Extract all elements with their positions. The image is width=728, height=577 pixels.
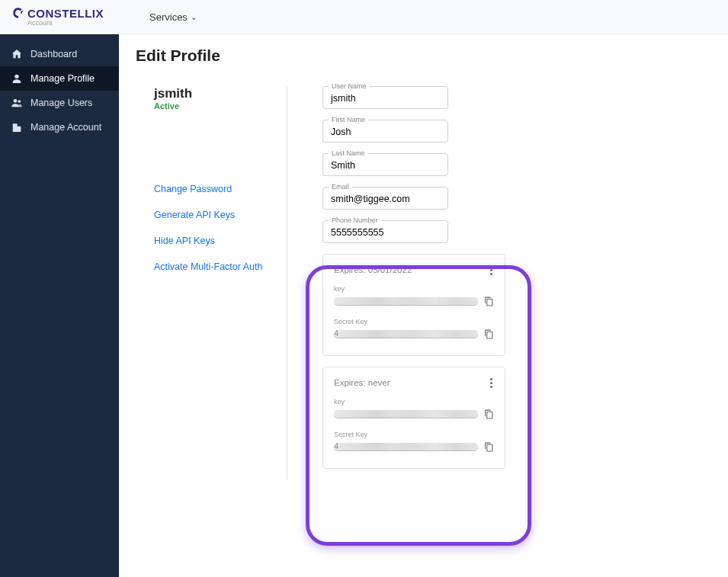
people-icon: [11, 97, 23, 109]
sidebar-item-dashboard[interactable]: Dashboard: [0, 42, 119, 66]
services-label: Services: [149, 11, 188, 23]
brand-name: CONSTELLIX: [27, 8, 104, 19]
api-secret-value-blurred: [334, 330, 478, 338]
api-key-value-blurred: [334, 297, 478, 306]
brand-sub: Account: [27, 20, 104, 27]
more-options-button[interactable]: [485, 264, 497, 277]
form-column: User Name First Name Last Name Email Pho…: [322, 86, 566, 479]
sidebar-item-label: Manage Account: [30, 122, 101, 133]
sidebar-item-label: Manage Profile: [30, 73, 95, 84]
chevron-down-icon: ⌄: [191, 13, 197, 21]
more-options-button[interactable]: [485, 377, 497, 389]
person-icon: [11, 72, 23, 85]
sidebar-item-manage-profile[interactable]: Manage Profile: [0, 66, 119, 91]
username-label: User Name: [329, 82, 370, 90]
link-activate-mfa[interactable]: Activate Multi-Factor Auth: [154, 257, 297, 277]
sidebar-item-label: Manage Users: [30, 98, 92, 108]
more-vert-icon: [490, 378, 492, 380]
api-key-expires: Expires: never: [334, 378, 494, 387]
api-key-label: key: [334, 285, 494, 293]
api-key-card: Expires: never key Secret Ke: [322, 367, 505, 469]
lastname-label: Last Name: [329, 149, 368, 157]
svg-point-2: [18, 100, 21, 103]
svg-point-0: [14, 75, 18, 79]
sidebar-item-manage-account[interactable]: Manage Account: [0, 115, 119, 139]
field-username: User Name: [322, 86, 566, 109]
copy-icon[interactable]: [484, 296, 494, 307]
api-secret-value-blurred: [334, 443, 478, 451]
firstname-label: First Name: [329, 116, 368, 123]
profile-username: jsmith: [154, 86, 297, 101]
link-generate-api-keys[interactable]: Generate API Keys: [154, 205, 297, 225]
profile-status: Active: [154, 101, 297, 111]
profile-left-panel: jsmith Active Change Password Generate A…: [136, 86, 297, 479]
copy-icon[interactable]: [484, 409, 494, 420]
api-secret-label: Secret Key: [334, 318, 494, 325]
home-icon: [11, 48, 23, 60]
field-lastname: Last Name: [322, 153, 566, 176]
phone-label: Phone Number: [329, 216, 381, 224]
api-key-label: key: [334, 398, 494, 406]
api-secret-label: Secret Key: [334, 431, 494, 438]
link-change-password[interactable]: Change Password: [154, 179, 297, 199]
sidebar-item-manage-users[interactable]: Manage Users: [0, 91, 119, 115]
logo-mark-icon: [12, 7, 24, 19]
topbar: CONSTELLIX Account Services ⌄: [0, 0, 728, 34]
api-key-card: Expires: 05/01/2022 key Secr: [322, 254, 505, 356]
copy-icon[interactable]: [484, 329, 494, 340]
link-hide-api-keys[interactable]: Hide API Keys: [154, 231, 297, 251]
more-vert-icon: [490, 265, 492, 268]
vertical-divider: [287, 86, 287, 479]
field-phone: Phone Number: [322, 220, 566, 243]
logo: CONSTELLIX Account: [12, 7, 104, 27]
sidebar: Dashboard Manage Profile Manage Users Ma…: [0, 34, 119, 577]
api-keys-area: Expires: 05/01/2022 key Secr: [322, 254, 566, 469]
sidebar-item-label: Dashboard: [30, 49, 77, 59]
api-key-expires: Expires: 05/01/2022: [334, 265, 494, 274]
email-label: Email: [329, 183, 352, 191]
main-content: Edit Profile jsmith Active Change Passwo…: [119, 34, 728, 577]
field-firstname: First Name: [322, 120, 566, 143]
svg-point-1: [14, 99, 18, 103]
services-dropdown[interactable]: Services ⌄: [149, 11, 197, 23]
field-email: Email: [322, 187, 566, 210]
api-key-value-blurred: [334, 410, 478, 418]
copy-icon[interactable]: [484, 441, 494, 453]
building-icon: [11, 121, 23, 133]
page-title: Edit Profile: [136, 46, 710, 65]
